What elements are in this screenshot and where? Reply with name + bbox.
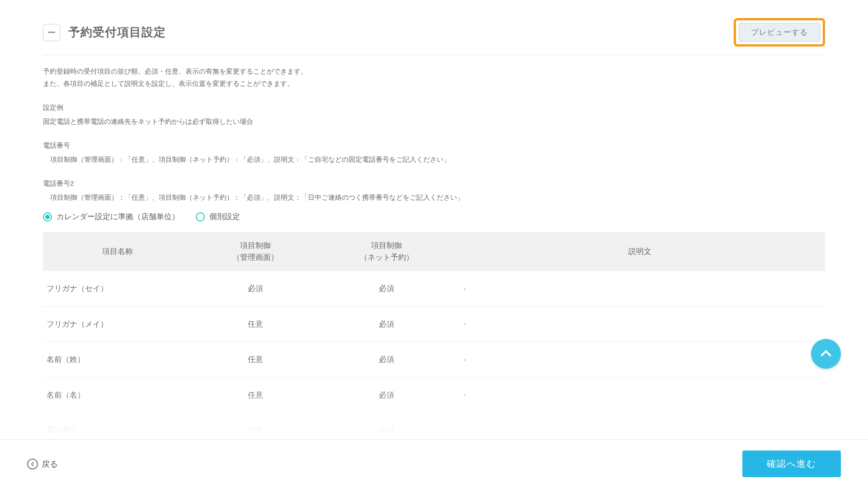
th-control-admin: 項目制御 （管理画面） <box>192 232 319 271</box>
intro-line1: 予約登録時の受付項目の並び順、必須・任意、表示の有無を変更することができます。 <box>43 65 825 77</box>
example-text: 固定電話と携帯電話の連絡先をネット予約からは必ず取得したい場合 <box>43 115 825 127</box>
radio-individual[interactable]: 個別設定 <box>196 211 240 222</box>
chevron-up-icon <box>820 347 832 360</box>
th-description: 説明文 <box>454 232 825 271</box>
th-name: 項目名称 <box>43 232 192 271</box>
preview-button[interactable]: プレビューする <box>739 23 820 42</box>
table-header: 項目名称 項目制御 （管理画面） 項目制御 （ネット予約） 説明文 <box>43 232 825 271</box>
table-row: 名前（名） 任意 必須 - <box>43 378 825 413</box>
minus-icon <box>48 32 55 33</box>
scroll-to-top-button[interactable] <box>811 339 841 369</box>
radio-calendar-based[interactable]: カレンダー設定に準拠（店舗単位） <box>43 211 179 222</box>
back-label: 戻る <box>42 459 58 469</box>
page-title: 予約受付項目設定 <box>68 24 166 40</box>
collapse-toggle[interactable] <box>43 24 60 41</box>
intro-line2: また、各項目の補足として説明文を設定し、表示位置を変更することができます。 <box>43 77 825 89</box>
back-link[interactable]: 戻る <box>27 459 58 469</box>
table-row: 名前（姓） 任意 必須 - <box>43 342 825 378</box>
cell-admin: 任意 <box>192 342 319 377</box>
radio-icon <box>196 212 205 221</box>
cell-net: 必須 <box>319 342 454 377</box>
cell-admin: 任意 <box>192 307 319 342</box>
cell-name: 名前（姓） <box>43 342 192 377</box>
cell-desc: - <box>454 271 825 306</box>
phone1-heading: 電話番号 <box>43 139 825 151</box>
scope-radio-group: カレンダー設定に準拠（店舗単位） 個別設定 <box>43 211 825 222</box>
chevron-left-icon <box>27 459 38 469</box>
cell-admin: 必須 <box>192 271 319 306</box>
cell-net: 必須 <box>319 271 454 306</box>
cell-admin: 任意 <box>192 378 319 413</box>
cell-name: フリガナ（セイ） <box>43 271 192 306</box>
phone2-heading: 電話番号2 <box>43 177 825 189</box>
settings-table: 項目名称 項目制御 （管理画面） 項目制御 （ネット予約） 説明文 フリガナ（セ… <box>43 232 825 448</box>
cell-net: 必須 <box>319 307 454 342</box>
cell-desc: - <box>454 378 825 413</box>
cell-desc: - <box>454 307 825 342</box>
section-header: 予約受付項目設定 プレビューする <box>43 18 825 55</box>
example-heading: 設定例 <box>43 101 825 113</box>
cell-name: 名前（名） <box>43 378 192 413</box>
cell-name: フリガナ（メイ） <box>43 307 192 342</box>
cell-desc: - <box>454 342 825 377</box>
preview-highlight-frame: プレビューする <box>734 18 825 47</box>
footer-bar: 戻る 確認へ進む <box>0 439 868 488</box>
radio-label: 個別設定 <box>209 211 240 222</box>
table-row: フリガナ（メイ） 任意 必須 - <box>43 307 825 343</box>
radio-label: カレンダー設定に準拠（店舗単位） <box>57 211 179 222</box>
phone1-detail: 項目制御（管理画面）：「任意」、項目制御（ネット予約）：「必須」、説明文：「ご自… <box>43 153 825 165</box>
cell-net: 必須 <box>319 378 454 413</box>
th-control-net: 項目制御 （ネット予約） <box>319 232 454 271</box>
radio-icon <box>43 212 52 221</box>
table-row: フリガナ（セイ） 必須 必須 - <box>43 271 825 307</box>
confirm-button[interactable]: 確認へ進む <box>742 450 841 477</box>
phone2-detail: 項目制御（管理画面）：「任意」、項目制御（ネット予約）：「必須」、説明文：「日中… <box>43 191 825 203</box>
